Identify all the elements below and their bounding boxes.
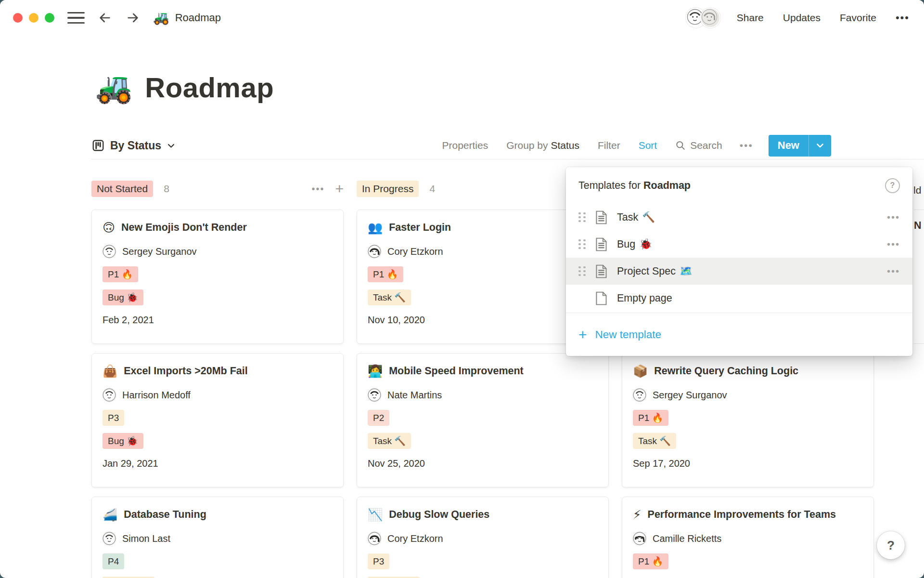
card-title: Performance Improvements for Teams [648,507,836,522]
page-title[interactable]: Roadmap [145,71,274,104]
toolbar-more-icon[interactable]: ••• [740,140,753,151]
sort-button[interactable]: Sort [639,140,657,151]
type-badge: Task 🔨 [368,289,411,305]
group-by-button[interactable]: Group by Status [506,140,579,151]
card-assignee: Camille Ricketts [633,532,863,545]
avatar [633,388,646,402]
card-assignee: Cory Etzkorn [368,245,598,258]
topbar-actions: Share Updates Favorite ••• [686,8,910,28]
new-template-button[interactable]: + New template [566,313,912,356]
template-item-task[interactable]: Task🔨 ••• [566,204,912,231]
search-icon [675,140,686,151]
templates-popover-title: Templates for Roadmap [578,180,691,192]
type-badge: Bug 🐞 [103,433,143,449]
card-date: Feb 2, 2021 [103,315,333,326]
hidden-column-header-fragment: ld [913,184,921,196]
zoom-window-button[interactable] [45,13,54,23]
card-assignee: Harrison Medoff [103,388,333,402]
sidebar-toggle-icon[interactable] [67,12,85,24]
drag-handle-icon[interactable] [578,266,586,276]
templates-title-page-name: Roadmap [643,180,691,191]
template-more-icon[interactable]: ••• [887,212,900,223]
drag-handle-icon[interactable] [578,212,586,223]
template-emoji: 🔨 [642,211,655,223]
column-count: 8 [164,183,169,195]
avatar [103,532,116,545]
priority-badge: P1 🔥 [103,266,138,282]
assignee-name: Cory Etzkorn [387,246,443,257]
filter-button[interactable]: Filter [598,140,620,151]
column-more-icon[interactable]: ••• [311,184,324,195]
column-status-badge[interactable]: Not Started [91,181,153,197]
more-menu-icon[interactable]: ••• [896,12,910,24]
card-title: Mobile Speed Improvement [389,363,524,379]
page-icon-emoji[interactable]: 🚜 [95,73,132,103]
breadcrumb-doc-emoji: 🚜 [153,12,169,25]
drag-handle-icon[interactable] [578,239,586,250]
avatar [368,388,381,402]
card-assignee: Sergey Surganov [103,245,333,258]
template-more-icon[interactable]: ••• [887,266,900,277]
column-status-badge[interactable]: In Progress [357,181,419,197]
priority-badge: P2 [368,410,389,426]
avatar [368,532,381,545]
assignee-name: Cory Etzkorn [387,533,443,544]
template-item-empty-page[interactable]: Empty page [566,285,912,312]
priority-badge: P3 [103,410,124,426]
template-emoji: 🐞 [639,238,652,250]
column-add-icon[interactable]: + [335,182,344,196]
favorite-button[interactable]: Favorite [840,12,876,24]
templates-popover: Templates for Roadmap ? Task🔨 ••• Bug🐞 •… [566,167,912,356]
assignee-name: Simon Last [122,533,170,544]
template-more-icon[interactable]: ••• [887,239,900,250]
card-assignee: Nate Martins [368,388,598,402]
type-badge: Task 🔨 [633,433,676,449]
template-emoji: 🗺️ [680,265,693,277]
board-view-icon [91,139,105,152]
view-toolbar: By Status Properties Group by Status Fil… [91,132,924,159]
card-date: Nov 25, 2020 [368,458,598,469]
card-title: Faster Login [389,220,451,235]
blank-page-icon [595,291,607,305]
minimize-window-button[interactable] [29,13,38,23]
close-window-button[interactable] [13,13,23,23]
card-database-tuning[interactable]: 🚄 Database Tuning Simon Last P4 [91,497,344,578]
priority-badge: P1 🔥 [368,266,403,282]
templates-help-icon[interactable]: ? [885,178,900,193]
search-button[interactable]: Search [675,140,722,151]
collaborator-avatars[interactable] [686,8,720,28]
priority-badge: P1 🔥 [633,553,668,569]
card-performance-improvements-for-teams[interactable]: ⚡ Performance Improvements for Teams Cam… [622,497,874,578]
card-assignee: Sergey Surganov [633,388,863,402]
template-item-project-spec[interactable]: Project Spec🗺️ ••• [566,258,912,285]
new-button-caret[interactable] [809,135,831,157]
share-button[interactable]: Share [737,12,764,24]
card-rewrite-query-caching-logic[interactable]: 📦 Rewrite Query Caching Logic Sergey Sur… [622,353,874,487]
breadcrumb-doc-title[interactable]: Roadmap [175,12,221,24]
forward-arrow-icon[interactable] [125,10,141,26]
view-selector[interactable]: By Status [91,139,176,152]
help-fab-button[interactable]: ? [877,531,905,559]
priority-badge: P3 [368,553,389,569]
card-title: New Emojis Don't Render [121,220,247,235]
template-label: Bug🐞 [617,238,652,250]
type-badge: Bug 🐞 [103,289,143,305]
card-title: Debug Slow Queries [389,507,489,522]
chevron-down-icon [167,141,176,150]
card-emoji: 📉 [368,507,383,522]
properties-button[interactable]: Properties [442,140,488,151]
plus-icon: + [578,328,587,342]
template-item-bug[interactable]: Bug🐞 ••• [566,231,912,258]
back-arrow-icon[interactable] [97,10,113,26]
updates-button[interactable]: Updates [783,12,821,24]
priority-badge: P1 🔥 [633,410,668,426]
new-button-label[interactable]: New [769,135,808,157]
card-date: Sep 17, 2020 [633,458,863,469]
card-new-emojis-dont-render[interactable]: 🙃 New Emojis Don't Render Sergey Surgano… [91,210,344,344]
card-date: Jan 29, 2021 [103,458,333,469]
card-debug-slow-queries[interactable]: 📉 Debug Slow Queries Cory Etzkorn P3 [357,497,609,578]
toolbar-actions: Properties Group by Status Filter Sort S… [442,135,831,157]
new-button[interactable]: New [769,135,831,157]
card-excel-imports[interactable]: 👜 Excel Imports >20Mb Fail Harrison Medo… [91,353,344,487]
card-mobile-speed-improvement[interactable]: 👩‍💻 Mobile Speed Improvement Nate Martin… [357,353,609,487]
